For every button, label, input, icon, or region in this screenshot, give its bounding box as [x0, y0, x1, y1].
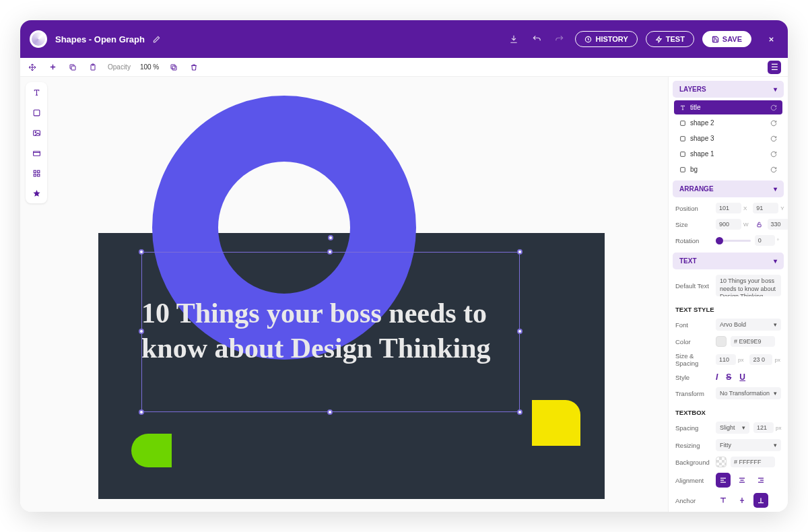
transform-select[interactable]: No Transformation▾ [716, 387, 781, 399]
app-logo [30, 30, 47, 48]
italic-button[interactable]: I [716, 372, 718, 382]
arrange-header[interactable]: ARRANGE▾ [673, 180, 784, 197]
svg-rect-16 [681, 152, 685, 156]
chevron-down-icon: ▾ [774, 390, 777, 397]
svg-rect-1 [71, 66, 75, 70]
align-left-button[interactable] [716, 473, 731, 488]
layer-type-icon [679, 151, 686, 158]
download-icon[interactable] [506, 34, 521, 44]
resize-handle[interactable] [517, 329, 523, 334]
letter-spacing-input[interactable] [749, 354, 772, 365]
resize-handle[interactable] [139, 409, 144, 415]
anchor-middle-button[interactable] [735, 493, 749, 508]
refresh-icon[interactable] [770, 151, 777, 158]
refresh-icon[interactable] [770, 120, 777, 127]
layer-item[interactable]: title [674, 100, 782, 114]
close-icon[interactable] [764, 32, 778, 46]
color-swatch[interactable] [716, 336, 727, 347]
height-input[interactable] [768, 219, 788, 230]
add-icon[interactable] [47, 63, 58, 71]
font-select[interactable]: Arvo Bold▾ [716, 319, 781, 331]
bg-hex-input[interactable] [731, 457, 775, 467]
layer-name: shape 2 [690, 119, 714, 127]
layer-item[interactable]: bg [674, 162, 782, 176]
spacing-value-input[interactable] [753, 422, 774, 433]
undo-icon[interactable] [529, 34, 544, 44]
underline-button[interactable]: U [739, 372, 745, 382]
layer-item[interactable]: shape 2 [674, 116, 782, 130]
font-label: Font [675, 321, 712, 329]
rect-tool-icon[interactable] [30, 106, 42, 119]
chevron-down-icon: ▾ [742, 424, 745, 431]
position-x-input[interactable] [716, 203, 741, 213]
resize-handle[interactable] [327, 249, 333, 255]
refresh-icon[interactable] [770, 166, 777, 173]
edit-title-icon[interactable] [153, 36, 160, 43]
rotation-slider[interactable] [716, 240, 751, 242]
refresh-icon[interactable] [770, 135, 777, 142]
panel-menu-icon[interactable]: ☰ [768, 61, 781, 74]
anchor-bottom-button[interactable] [753, 493, 768, 508]
refresh-icon[interactable] [770, 104, 777, 111]
duplicate-icon[interactable] [168, 63, 179, 71]
text-header[interactable]: TEXT▾ [673, 253, 784, 269]
opacity-value[interactable]: 100 % [140, 63, 159, 71]
opacity-label: Opacity [108, 63, 131, 71]
save-button[interactable]: SAVE [702, 31, 751, 47]
style-label: Style [675, 374, 712, 381]
svg-rect-11 [37, 170, 39, 172]
svg-rect-10 [34, 170, 36, 172]
position-y-input[interactable] [753, 203, 778, 213]
bg-swatch[interactable] [716, 457, 727, 467]
history-button[interactable]: HISTORY [575, 31, 637, 47]
anchor-top-button[interactable] [716, 493, 731, 508]
font-size-input[interactable] [716, 354, 736, 365]
shape-yellow[interactable] [532, 400, 580, 446]
image-tool-icon[interactable] [30, 127, 42, 139]
resize-handle[interactable] [139, 329, 144, 334]
default-text-input[interactable]: 10 Things your boss needs to know about … [716, 275, 781, 296]
width-input[interactable] [716, 219, 741, 230]
resizing-select[interactable]: Fitty▾ [716, 439, 781, 451]
size-spacing-label: Size & Spacing [675, 352, 712, 367]
transform-label: Transform [675, 390, 712, 397]
paste-icon[interactable] [88, 63, 98, 71]
document-title: Shapes - Open Graph [55, 34, 145, 44]
top-toolbar: Opacity 100 % ☰ [20, 58, 788, 77]
rotate-handle[interactable] [328, 235, 333, 240]
tb-spacing-label: Spacing [675, 424, 712, 432]
layer-item[interactable]: shape 3 [674, 131, 782, 145]
resize-handle[interactable] [327, 409, 333, 415]
strike-button[interactable]: S [726, 372, 731, 382]
resize-handle[interactable] [517, 249, 523, 255]
position-label: Position [675, 205, 712, 212]
chevron-down-icon: ▾ [774, 321, 777, 328]
selection-box[interactable] [141, 252, 520, 412]
resize-handle[interactable] [517, 409, 523, 415]
test-button[interactable]: TEST [646, 31, 694, 47]
copy-icon[interactable] [67, 63, 78, 71]
layer-name: shape 3 [690, 135, 714, 142]
components-tool-icon[interactable] [30, 167, 42, 179]
delete-icon[interactable] [189, 63, 199, 71]
spacing-mode-select[interactable]: Slight▾ [716, 422, 749, 434]
align-right-button[interactable] [753, 473, 768, 488]
redo-icon[interactable] [552, 34, 567, 44]
rotation-input[interactable] [755, 235, 775, 246]
layers-header[interactable]: LAYERS▾ [673, 81, 784, 98]
properties-panel: LAYERS▾ titleshape 2shape 3shape 1bg ARR… [668, 77, 788, 512]
color-hex-input[interactable] [731, 336, 775, 347]
move-tool-icon[interactable] [27, 63, 38, 71]
star-tool-icon[interactable] [30, 187, 42, 199]
canvas[interactable]: 10 Things your boss needs to know about … [47, 77, 668, 512]
svg-rect-17 [681, 167, 685, 172]
text-tool-icon[interactable] [30, 86, 42, 98]
lock-aspect-icon[interactable] [756, 221, 762, 228]
shape-green[interactable] [131, 434, 172, 467]
align-center-button[interactable] [735, 473, 749, 488]
save-label: SAVE [722, 35, 742, 43]
frame-tool-icon[interactable] [30, 147, 42, 159]
test-label: TEST [666, 35, 685, 43]
layer-item[interactable]: shape 1 [674, 147, 782, 161]
resize-handle[interactable] [139, 249, 144, 255]
